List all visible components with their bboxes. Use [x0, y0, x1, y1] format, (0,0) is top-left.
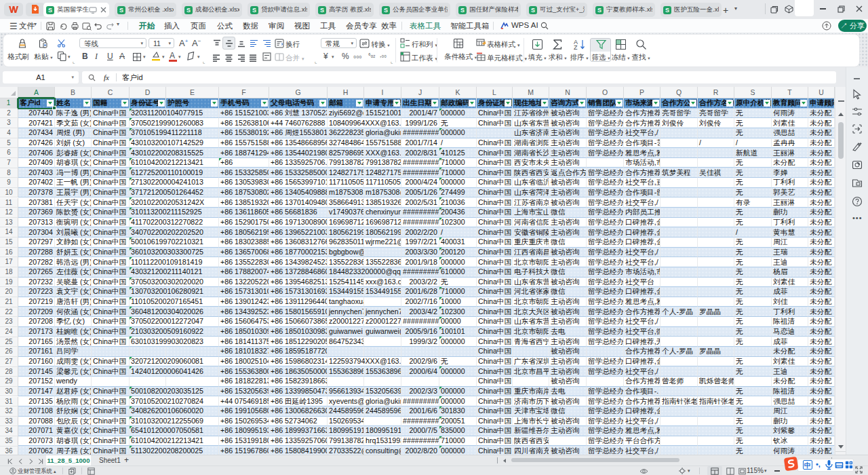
svg-text:Z: Z [574, 44, 578, 50]
